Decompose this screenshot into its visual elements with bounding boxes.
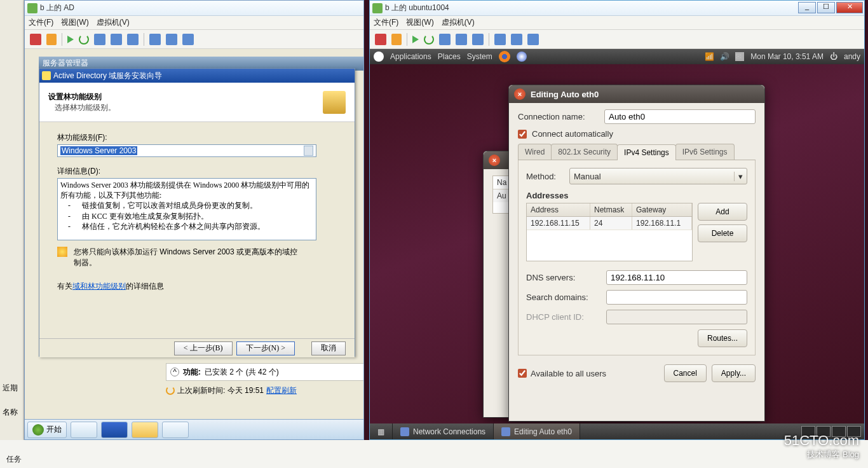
ubuntu-logo-icon[interactable] bbox=[374, 52, 384, 62]
floppy-icon[interactable] bbox=[494, 34, 506, 45]
start-button[interactable]: 开始 bbox=[27, 422, 67, 438]
next-button[interactable]: 下一步(N) > bbox=[236, 341, 295, 355]
pause-icon[interactable] bbox=[391, 34, 402, 45]
snapshot-icon[interactable] bbox=[94, 34, 105, 45]
connection-name-label: Connection name: bbox=[518, 112, 599, 121]
console-icon[interactable] bbox=[111, 34, 122, 45]
menu-file[interactable]: 文件(F) bbox=[29, 17, 53, 28]
close-icon[interactable]: × bbox=[489, 155, 500, 166]
snapshot-icon[interactable] bbox=[439, 34, 451, 45]
tab-wired[interactable]: Wired bbox=[518, 144, 552, 160]
menu-view[interactable]: 视图(W) bbox=[61, 17, 88, 28]
vm-toolbar-right bbox=[370, 30, 864, 49]
taskbar-powershell[interactable] bbox=[101, 422, 128, 438]
addresses-table[interactable]: Address Netmask Gateway 192.168.11.15 24… bbox=[526, 203, 693, 261]
forest-levels-link[interactable]: 域和林功能级别 bbox=[72, 282, 126, 291]
win-min-icon[interactable]: _ bbox=[798, 2, 816, 13]
wizard-title-text: Active Directory 域服务安装向导 bbox=[53, 71, 162, 81]
help-icon[interactable] bbox=[517, 52, 527, 62]
pause-icon[interactable] bbox=[46, 34, 57, 45]
menu-vm-r[interactable]: 虚拟机(V) bbox=[442, 17, 475, 28]
available-all-users-checkbox[interactable] bbox=[518, 369, 527, 378]
panel-clock[interactable]: Mon Mar 10, 3:51 AM bbox=[750, 52, 824, 61]
taskbar-explorer[interactable] bbox=[132, 422, 158, 438]
wifi-icon[interactable]: 📶 bbox=[705, 52, 714, 61]
panel-system[interactable]: System bbox=[467, 52, 492, 61]
connection-name-input[interactable] bbox=[604, 109, 756, 124]
dhcp-client-id-input bbox=[606, 310, 747, 324]
chevron-up-icon[interactable]: ^ bbox=[170, 368, 179, 376]
console-icon[interactable] bbox=[456, 34, 467, 45]
win-close-icon[interactable]: ✕ bbox=[836, 2, 863, 13]
add-button[interactable]: Add bbox=[698, 203, 747, 221]
available-all-users-label: Available to all users bbox=[531, 369, 606, 378]
config-refresh-link[interactable]: 配置刷新 bbox=[266, 385, 297, 396]
nic-icon[interactable] bbox=[166, 34, 177, 45]
vm-title-left[interactable]: b 上的 AD bbox=[25, 1, 363, 16]
table-row[interactable]: 192.168.11.15 24 192.168.11.1 bbox=[527, 217, 692, 230]
taskbar-nc[interactable]: Network Connections bbox=[393, 423, 494, 439]
settings-tabs: Wired 802.1x Security IPv4 Settings IPv6… bbox=[518, 144, 756, 160]
host-recent-label: 近期 bbox=[3, 383, 22, 394]
vm-title-text-right: b 上的 ubuntu1004 bbox=[385, 3, 449, 13]
power-icon[interactable]: ⏻ bbox=[830, 52, 837, 61]
cancel-button[interactable]: Cancel bbox=[664, 364, 707, 382]
panel-user[interactable]: andy bbox=[844, 52, 860, 61]
book-icon bbox=[323, 91, 346, 114]
wizard-titlebar[interactable]: Active Directory 域服务安装向导 bbox=[39, 69, 355, 83]
stop-icon[interactable] bbox=[30, 34, 41, 45]
show-desktop-icon[interactable]: ▦ bbox=[370, 423, 393, 439]
menu-view-r[interactable]: 视图(W) bbox=[406, 17, 433, 28]
play-icon[interactable] bbox=[67, 36, 74, 43]
method-select[interactable]: Manual bbox=[569, 168, 747, 184]
dropdown-arrow-icon[interactable] bbox=[304, 146, 313, 156]
menu-file-r[interactable]: 文件(F) bbox=[374, 17, 398, 28]
taskbar-server-manager[interactable] bbox=[71, 422, 97, 438]
forest-level-value: Windows Server 2003 bbox=[60, 146, 137, 155]
mail-icon[interactable]: ✉ bbox=[735, 52, 744, 61]
firefox-icon[interactable] bbox=[499, 51, 510, 62]
taskbar-edit[interactable]: Editing Auto eth0 bbox=[494, 423, 580, 439]
menu-vm[interactable]: 虚拟机(V) bbox=[97, 17, 130, 28]
stop-icon[interactable] bbox=[375, 34, 386, 45]
warning-text: 您将只能向该林添加运行 Windows Server 2003 或更高版本的域控… bbox=[74, 247, 302, 268]
details-label: 详细信息(D): bbox=[57, 166, 337, 177]
tab-8021x[interactable]: 802.1x Security bbox=[551, 144, 618, 160]
features-label: 功能: bbox=[183, 367, 201, 378]
auto-connect-checkbox[interactable] bbox=[518, 130, 527, 139]
win-max-icon[interactable]: ☐ bbox=[817, 2, 835, 13]
usb-icon[interactable] bbox=[182, 34, 194, 45]
back-button[interactable]: < 上一步(B) bbox=[174, 341, 233, 355]
search-domains-input[interactable] bbox=[606, 290, 747, 305]
col-netmask: Netmask bbox=[590, 203, 632, 216]
panel-places[interactable]: Places bbox=[438, 52, 461, 61]
dns-input[interactable] bbox=[606, 270, 747, 285]
delete-button[interactable]: Delete bbox=[698, 224, 747, 242]
nic-icon[interactable] bbox=[511, 34, 522, 45]
close-icon[interactable]: × bbox=[514, 88, 526, 100]
taskbar-media[interactable] bbox=[162, 422, 189, 438]
volume-icon[interactable]: 🔊 bbox=[720, 52, 729, 61]
edit-titlebar[interactable]: × Editing Auto eth0 bbox=[509, 85, 764, 103]
cd-icon[interactable] bbox=[472, 34, 484, 45]
features-summary[interactable]: ^ 功能: 已安装 2 个 (共 42 个) bbox=[166, 363, 363, 381]
refresh-indicator-icon bbox=[166, 386, 175, 395]
panel-applications[interactable]: Applications bbox=[390, 52, 431, 61]
refresh-icon[interactable] bbox=[79, 34, 89, 45]
usb-icon[interactable] bbox=[527, 34, 539, 45]
details-textarea[interactable]: Windows Server 2003 林功能级别提供在 Windows 200… bbox=[57, 178, 316, 240]
wizard-head-title: 设置林功能级别 bbox=[48, 92, 116, 102]
cancel-button[interactable]: 取消 bbox=[311, 341, 346, 355]
cd-icon[interactable] bbox=[127, 34, 139, 45]
play-icon[interactable] bbox=[412, 36, 419, 43]
warning-icon bbox=[57, 247, 67, 257]
apply-button[interactable]: Apply... bbox=[712, 364, 756, 382]
host-task-label[interactable]: 任务 bbox=[6, 454, 22, 465]
refresh-icon[interactable] bbox=[424, 34, 434, 45]
tab-ipv6[interactable]: IPv6 Settings bbox=[675, 144, 735, 160]
tab-ipv4[interactable]: IPv4 Settings bbox=[617, 144, 676, 160]
vm-title-right[interactable]: b 上的 ubuntu1004 bbox=[370, 1, 864, 16]
floppy-icon[interactable] bbox=[149, 34, 161, 45]
routes-button[interactable]: Routes... bbox=[698, 329, 747, 347]
forest-level-select[interactable]: Windows Server 2003 bbox=[57, 144, 316, 157]
